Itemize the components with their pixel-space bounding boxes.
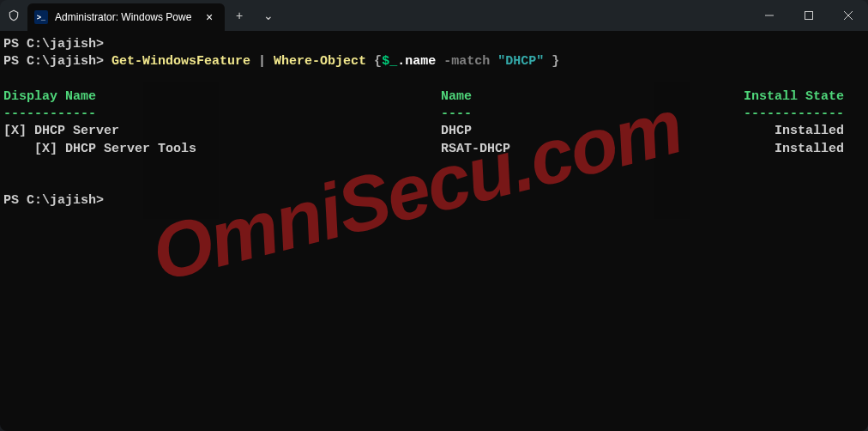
row2-name: RSAT-DHCP	[441, 141, 672, 158]
table-header: Display NameNameInstall State	[3, 89, 844, 104]
prompt-line-3: PS C:\jajish>	[3, 193, 104, 208]
cmd-var: $_	[382, 54, 397, 69]
terminal-body[interactable]: PS C:\jajish> PS C:\jajish> Get-WindowsF…	[0, 31, 868, 431]
header-name: Name	[441, 88, 672, 106]
svg-rect-1	[805, 12, 813, 20]
tab-title: Administrator: Windows Powe	[55, 11, 196, 23]
powershell-icon: >_	[34, 10, 48, 24]
cmd-brace-open: {	[366, 54, 382, 69]
table-row: [X] DHCP ServerDHCPInstalled	[3, 124, 844, 138]
new-tab-button[interactable]: +	[225, 3, 254, 28]
sep-state: -------------	[672, 106, 844, 123]
close-tab-button[interactable]: ×	[202, 10, 216, 24]
cmd-dotname: .name	[397, 54, 443, 69]
tab-dropdown-button[interactable]: ⌄	[254, 3, 283, 28]
row2-display: [X] DHCP Server Tools	[3, 141, 441, 158]
cmd-brace-close: }	[544, 54, 559, 69]
row2-state: Installed	[672, 141, 844, 158]
cmd-get: Get-WindowsFeature	[112, 54, 250, 69]
cmd-pipe: |	[250, 54, 274, 69]
maximize-button[interactable]	[789, 0, 829, 31]
cmd-where: Where-Object	[274, 54, 366, 69]
row1-display: [X] DHCP Server	[3, 123, 441, 140]
row1-name: DHCP	[441, 123, 672, 140]
close-window-button[interactable]	[829, 0, 868, 31]
header-state: Install State	[672, 88, 844, 106]
tab-powershell[interactable]: >_ Administrator: Windows Powe ×	[27, 3, 225, 31]
shield-icon	[0, 0, 27, 31]
minimize-button[interactable]	[750, 0, 789, 31]
window-controls	[750, 0, 868, 31]
row1-state: Installed	[672, 123, 844, 140]
table-separator: -----------------------------	[3, 106, 844, 121]
prompt-line-1: PS C:\jajish>	[3, 37, 104, 52]
sep-display: ------------	[3, 106, 441, 123]
sep-name: ----	[441, 106, 672, 123]
cmd-match: -match	[443, 54, 497, 69]
table-row: [X] DHCP Server ToolsRSAT-DHCPInstalled	[3, 142, 844, 156]
prompt-line-2: PS C:\jajish>	[3, 54, 112, 69]
titlebar: >_ Administrator: Windows Powe × + ⌄	[0, 0, 868, 31]
header-display: Display Name	[3, 88, 441, 106]
cmd-string: "DHCP"	[497, 54, 544, 69]
